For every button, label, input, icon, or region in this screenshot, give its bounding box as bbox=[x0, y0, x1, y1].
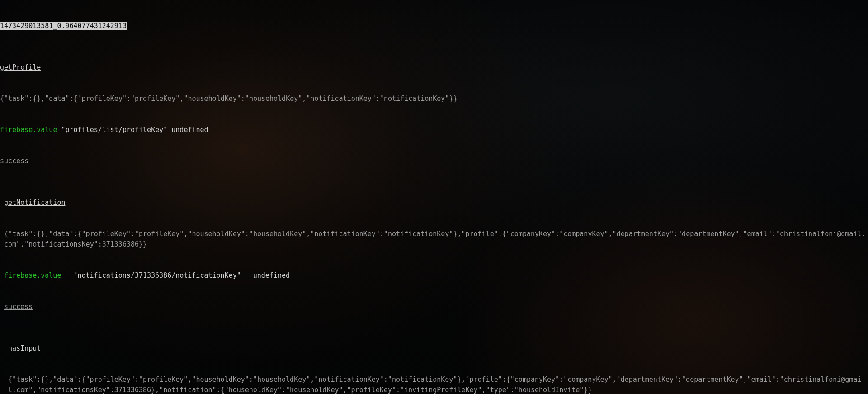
firebase-value-call: firebase.value bbox=[0, 126, 57, 134]
console-log: 1473429013581_0.964077431242913 getProfi… bbox=[0, 0, 868, 394]
status-success[interactable]: success bbox=[4, 303, 33, 311]
value-undefined: undefined bbox=[253, 271, 290, 280]
log-header: 1473429013581_0.964077431242913 bbox=[0, 22, 127, 30]
firebase-path: "notifications/371336386/notificationKey… bbox=[73, 271, 241, 280]
status-success[interactable]: success bbox=[0, 157, 28, 165]
firebase-value-call: firebase.value bbox=[4, 271, 61, 280]
value-undefined: undefined bbox=[171, 126, 208, 134]
firebase-path: "profiles/list/profileKey" bbox=[61, 126, 167, 134]
json-payload: {"task":{},"data":{"profileKey":"profile… bbox=[0, 94, 868, 104]
json-payload: {"task":{},"data":{"profileKey":"profile… bbox=[0, 229, 868, 250]
step-getnotification[interactable]: getNotification bbox=[4, 199, 65, 207]
step-getprofile[interactable]: getProfile bbox=[0, 63, 41, 71]
step-hasinput[interactable]: hasInput bbox=[8, 344, 41, 352]
json-payload: {"task":{},"data":{"profileKey":"profile… bbox=[0, 375, 868, 394]
